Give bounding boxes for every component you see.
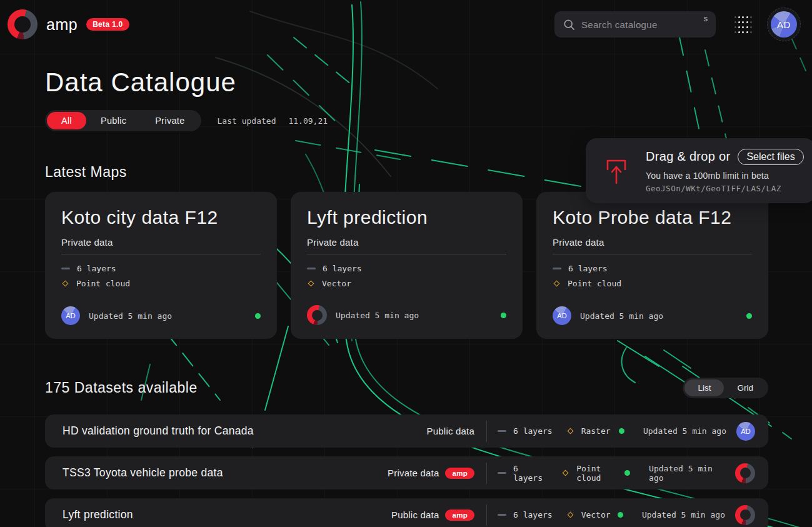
type-meta: Point cloud <box>553 279 752 288</box>
layers-icon <box>61 268 70 269</box>
amp-logo-avatar <box>307 305 327 325</box>
select-files-button[interactable]: Select files <box>738 149 803 165</box>
layers-icon <box>498 430 506 432</box>
dataset-title: Lyft prediction <box>63 508 133 521</box>
layers-label: 6 layers <box>77 264 116 273</box>
row-visibility-group: Public data amp <box>391 509 474 521</box>
data-type-icon <box>554 281 560 287</box>
vertical-divider <box>486 463 487 484</box>
card-title: Koto city data F12 <box>61 207 261 228</box>
upload-text: Drag & drop or Select files You have a 1… <box>646 149 804 193</box>
datasets-heading: 175 Datasets available <box>45 379 198 396</box>
layers-meta: 6 layers <box>498 426 553 436</box>
layers-label: 6 layers <box>513 426 553 436</box>
filter-tab-private[interactable]: Private <box>141 112 199 129</box>
status-dot <box>255 313 261 319</box>
map-card[interactable]: Lyft prediction Private data 6 layers Ve… <box>291 192 523 339</box>
type-meta: Raster <box>566 426 611 436</box>
dataset-visibility: Public data <box>391 509 439 520</box>
layers-meta: 6 layers <box>61 264 261 273</box>
upload-dropzone[interactable]: Drag & drop or Select files You have a 1… <box>586 138 812 203</box>
search-shortcut-hint: s <box>704 14 708 23</box>
vertical-divider <box>486 421 487 442</box>
upload-limit-note: You have a 100mb limit in beta <box>646 171 804 181</box>
card-title: Koto Probe data F12 <box>553 207 752 228</box>
brand-name: amp <box>46 16 78 34</box>
type-label: Point cloud <box>576 464 624 483</box>
last-updated: Last updated 11.09,21 <box>218 116 328 126</box>
layers-icon <box>498 472 506 474</box>
card-footer: AD Updated 5 min ago <box>553 306 752 325</box>
type-label: Vector <box>581 510 611 519</box>
hero-section: Data Catalogue All Public Private Last u… <box>0 68 812 131</box>
data-type-icon <box>308 281 314 287</box>
card-title: Lyft prediction <box>307 207 506 228</box>
status-dot <box>618 512 623 518</box>
row-visibility-group: Private data amp <box>388 468 474 479</box>
type-meta: Vector <box>307 279 506 288</box>
header-right: s AD <box>554 8 801 41</box>
search-bar[interactable]: s <box>554 11 716 38</box>
data-type-icon <box>567 428 573 434</box>
amp-badge: amp <box>445 509 474 521</box>
layers-meta: 6 layers <box>307 264 506 273</box>
page-title: Data Catalogue <box>45 68 767 98</box>
top-bar: amp Beta 1.0 s AD <box>0 0 812 49</box>
amp-badge: amp <box>445 468 474 479</box>
data-type-icon <box>63 281 69 287</box>
layers-icon <box>498 514 506 516</box>
user-avatar[interactable]: AD <box>771 11 797 38</box>
dataset-row[interactable]: Lyft prediction Public data amp 6 layers… <box>45 498 768 527</box>
filter-row: All Public Private Last updated 11.09,21 <box>45 110 767 131</box>
row-meta-group: 6 layers Raster Updated 5 min ago AD <box>498 422 755 441</box>
row-meta-group: 6 layers Vector Updated 5 min ago <box>498 505 755 525</box>
visibility-filter-tabs: All Public Private <box>45 110 201 131</box>
layers-label: 6 layers <box>323 264 362 273</box>
filter-tab-public[interactable]: Public <box>86 112 141 129</box>
filter-tab-all[interactable]: All <box>47 112 86 129</box>
card-footer: AD Updated 5 min ago <box>61 306 261 325</box>
status-dot <box>746 313 752 319</box>
last-updated-label: Last updated <box>218 116 276 126</box>
vertical-divider <box>486 504 487 526</box>
updated-label: Updated 5 min ago <box>580 311 663 321</box>
status-dot <box>501 313 506 318</box>
type-label: Raster <box>581 426 611 436</box>
updated-label: Updated 5 min ago <box>643 426 726 436</box>
view-toggle-grid[interactable]: Grid <box>724 379 766 396</box>
owner-avatar: AD <box>553 306 571 325</box>
upload-icon <box>603 156 629 185</box>
beta-badge: Beta 1.0 <box>86 18 129 31</box>
updated-label: Updated 5 min ago <box>89 311 172 321</box>
status-dot <box>619 428 624 434</box>
card-divider <box>61 254 261 254</box>
type-meta: Vector <box>566 510 611 519</box>
type-meta: Point cloud <box>561 464 624 483</box>
card-divider <box>553 254 752 254</box>
latest-maps-cards: Koto city data F12 Private data 6 layers… <box>45 192 768 339</box>
dataset-row[interactable]: TSS3 Toyota vehicle probe data Private d… <box>45 456 768 489</box>
layers-meta: 6 layers <box>498 464 548 483</box>
view-toggle-list[interactable]: List <box>684 379 724 396</box>
view-toggle: List Grid <box>683 378 768 398</box>
type-label: Point cloud <box>76 279 130 288</box>
row-meta-group: 6 layers Point cloud Updated 5 min ago <box>498 463 755 483</box>
drag-drop-label: Drag & drop or <box>646 149 730 164</box>
layers-label: 6 layers <box>513 464 548 483</box>
card-visibility: Private data <box>61 237 261 248</box>
data-type-icon <box>567 512 573 518</box>
amp-logo-icon[interactable] <box>8 9 38 39</box>
last-updated-value: 11.09,21 <box>288 116 328 126</box>
owner-avatar: AD <box>736 422 755 441</box>
search-input[interactable] <box>581 19 707 30</box>
apps-grid-icon[interactable] <box>733 14 753 34</box>
dataset-visibility: Public data <box>427 426 474 436</box>
type-label: Vector <box>322 279 351 288</box>
layers-icon <box>307 268 316 269</box>
dataset-row[interactable]: HD validation ground truth for Canada Pu… <box>45 414 768 448</box>
status-dot <box>624 470 630 476</box>
map-card[interactable]: Koto city data F12 Private data 6 layers… <box>45 192 277 339</box>
map-card[interactable]: Koto Probe data F12 Private data 6 layer… <box>536 192 768 339</box>
main-sections: Latest Maps Koto city data F12 Private d… <box>0 164 812 527</box>
upload-formats: GeoJSOn/WKt/GeoTIFF/LAS/LAZ <box>646 184 804 193</box>
